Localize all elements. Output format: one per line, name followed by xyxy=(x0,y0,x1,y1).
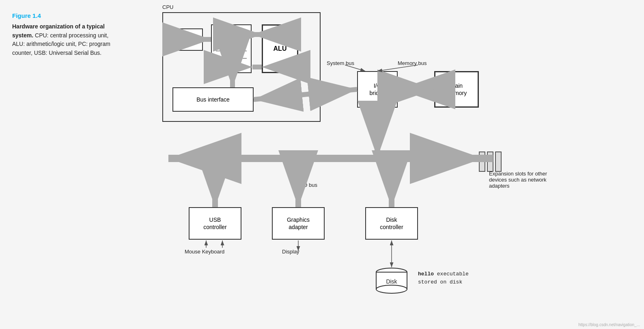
io-bridge-label: I/Obridge xyxy=(370,82,386,97)
figure-caption: Hardware organization of a typical syste… xyxy=(12,22,118,58)
bus-interface-label: Bus interface xyxy=(196,96,230,103)
svg-point-2 xyxy=(376,285,407,293)
figure-label: Figure 1.4 xyxy=(12,12,118,19)
disk-controller-box: Diskcontroller xyxy=(365,207,418,240)
slot-card-1 xyxy=(479,152,485,172)
disk-cylinder: Disk xyxy=(373,267,410,296)
register-file-box: Register file xyxy=(211,24,252,73)
graphics-adapter-label: Graphicsadapter xyxy=(287,216,310,231)
mouse-keyboard-label: Mouse Keyboard xyxy=(185,249,224,255)
bus-interface-box: Bus interface xyxy=(172,87,254,112)
expansion-label: Expansion slots for other devices such a… xyxy=(489,171,566,189)
slot-card-3 xyxy=(495,152,502,172)
pc-label: PC xyxy=(184,36,192,43)
register-file-label: Register file xyxy=(218,27,246,34)
watermark: https://blog.csdn.net/navigation_... xyxy=(578,323,640,327)
system-bus-label: System bus xyxy=(327,60,354,66)
io-bridge-box: I/Obridge xyxy=(357,71,398,108)
cpu-label: CPU xyxy=(162,4,173,10)
svg-text:Disk: Disk xyxy=(386,278,397,285)
alu-box: ALU xyxy=(262,24,298,73)
display-label: Display xyxy=(282,249,299,255)
io-bus-label: I/O bus xyxy=(300,182,317,188)
main-memory-box: Mainmemory xyxy=(434,71,479,108)
pc-box: PC xyxy=(172,28,203,51)
slot-card-2 xyxy=(487,152,493,172)
diagram-area: CPU PC Register file ALU Bus interface I… xyxy=(126,0,644,329)
disk-controller-label: Diskcontroller xyxy=(380,216,403,231)
graphics-adapter-box: Graphicsadapter xyxy=(272,207,325,240)
expansion-slots xyxy=(479,152,502,172)
alu-label: ALU xyxy=(274,45,287,53)
left-panel: Figure 1.4 Hardware organization of a ty… xyxy=(0,0,126,329)
usb-controller-box: USBcontroller xyxy=(189,207,241,240)
hello-label: hello executablestored on disk xyxy=(418,270,469,286)
memory-bus-label: Memory bus xyxy=(398,60,427,66)
main-memory-label: Mainmemory xyxy=(446,82,467,97)
usb-controller-label: USBcontroller xyxy=(203,216,227,231)
